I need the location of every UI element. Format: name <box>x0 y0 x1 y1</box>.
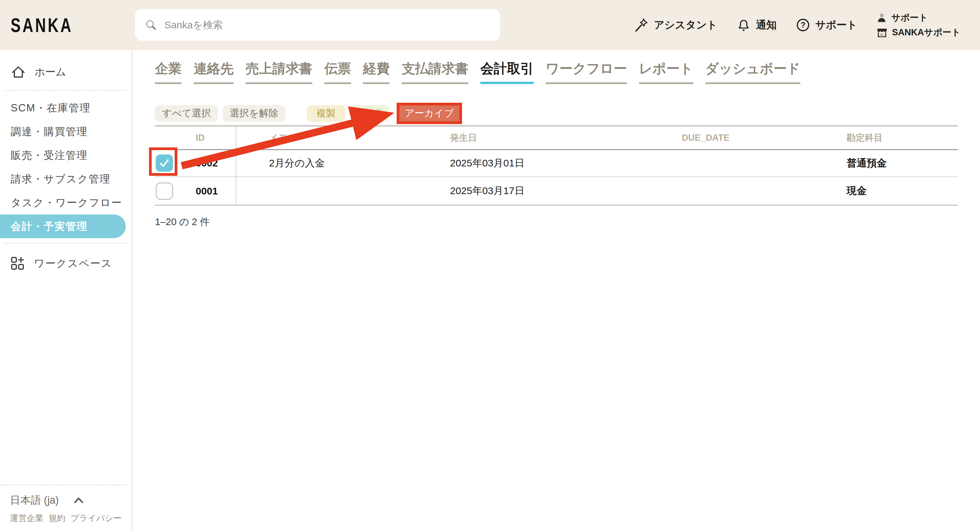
col-header-date: 発生日 <box>447 132 678 144</box>
header-actions: アシスタント 通知 ? サポート <box>635 0 961 50</box>
sidebar-item-accounting[interactable]: 会計・予実管理 <box>0 214 126 238</box>
app-root: SANKA アシスタント 通知 <box>0 0 980 531</box>
user-menu[interactable]: サポート SANKAサポート <box>877 12 961 38</box>
tab-expenses[interactable]: 経費 <box>363 59 390 84</box>
deselect-button[interactable]: 選択を解除 <box>223 105 285 122</box>
link-privacy[interactable]: プライバシー <box>71 513 122 524</box>
col-header-account: 勘定科目 <box>823 132 958 144</box>
person-icon <box>877 13 887 23</box>
sidebar-item-workspace[interactable]: ワークスペース <box>0 247 132 280</box>
table-row: 0001 2025年03月17日 現金 <box>155 177 958 206</box>
sidebar: ホーム SCM・在庫管理 調達・購買管理 販売・受注管理 請求・サブスク管理 タ… <box>0 50 132 531</box>
sidebar-item-home[interactable]: ホーム <box>0 59 132 85</box>
cell-date[interactable]: 2025年03月01日 <box>447 156 678 170</box>
table-row: 0002 2月分の入金 2025年03月01日 普通預金 <box>155 150 958 177</box>
row-checkbox-checked[interactable] <box>156 155 173 172</box>
activate-button[interactable]: 有効化 <box>350 105 389 122</box>
column-divider <box>235 126 236 206</box>
col-header-due-date: DUE_DATE <box>678 133 823 143</box>
assistant-button[interactable]: アシスタント <box>635 18 718 32</box>
main-content: 企業 連絡先 売上請求書 伝票 経費 支払請求書 会計取引 ワークフロー レポー… <box>132 50 980 531</box>
workspace-name: SANKAサポート <box>892 26 961 38</box>
sidebar-workspace-label: ワークスペース <box>34 257 112 271</box>
sidebar-item-sales[interactable]: 販売・受注管理 <box>0 144 132 167</box>
cell-date[interactable]: 2025年03月17日 <box>447 184 678 198</box>
tab-reports[interactable]: レポート <box>639 59 693 84</box>
chevron-up-icon <box>73 496 84 504</box>
transactions-table: ID メモ 発生日 DUE_DATE 勘定科目 0002 2月分の入金 2025… <box>155 125 958 206</box>
highlight-box-archive: アーカイブ <box>397 103 462 124</box>
top-header: SANKA アシスタント 通知 <box>0 0 980 50</box>
sidebar-item-billing[interactable]: 請求・サブスク管理 <box>0 167 132 191</box>
cell-id[interactable]: 0001 <box>195 185 235 197</box>
archive-button[interactable]: アーカイブ <box>402 107 456 120</box>
tab-workflows[interactable]: ワークフロー <box>546 59 627 84</box>
brand-logo[interactable]: SANKA <box>11 14 73 37</box>
checkmark-icon <box>158 156 171 170</box>
assistant-label: アシスタント <box>654 18 718 32</box>
link-terms[interactable]: 規約 <box>49 513 65 524</box>
pagination-status: 1–20 の 2 件 <box>155 215 980 229</box>
duplicate-button[interactable]: 複製 <box>307 105 345 122</box>
cell-memo[interactable]: 2月分の入金 <box>235 156 447 170</box>
sidebar-item-scm[interactable]: SCM・在庫管理 <box>0 96 132 120</box>
tab-vouchers[interactable]: 伝票 <box>325 59 351 84</box>
tab-sales-invoices[interactable]: 売上請求書 <box>246 59 312 84</box>
link-company[interactable]: 運営企業 <box>10 513 43 524</box>
language-label: 日本語 (ja) <box>10 493 59 507</box>
tab-payment-invoices[interactable]: 支払請求書 <box>402 59 468 84</box>
search-input[interactable] <box>164 19 490 31</box>
tab-dashboards[interactable]: ダッシュボード <box>705 59 801 84</box>
select-all-button[interactable]: すべて選択 <box>155 105 218 122</box>
table-header-row: ID メモ 発生日 DUE_DATE 勘定科目 <box>155 126 958 150</box>
home-icon <box>11 64 26 80</box>
col-header-memo: メモ <box>235 132 447 144</box>
col-header-id: ID <box>195 133 235 143</box>
sidebar-item-procurement[interactable]: 調達・購買管理 <box>0 120 132 144</box>
legal-links: 運営企業 規約 プライバシー <box>10 513 127 524</box>
sidebar-item-tasks[interactable]: タスク・ワークフロー <box>0 191 132 214</box>
grid-plus-icon <box>10 256 25 271</box>
support-button[interactable]: ? サポート <box>796 18 858 32</box>
cell-id[interactable]: 0002 <box>195 158 235 169</box>
object-tabs: 企業 連絡先 売上請求書 伝票 経費 支払請求書 会計取引 ワークフロー レポー… <box>155 59 980 84</box>
notifications-label: 通知 <box>756 18 777 32</box>
sidebar-section-list: SCM・在庫管理 調達・購買管理 販売・受注管理 請求・サブスク管理 タスク・ワ… <box>0 91 132 238</box>
tab-companies[interactable]: 企業 <box>155 59 182 84</box>
question-circle-icon: ? <box>796 18 810 32</box>
storefront-icon <box>877 27 887 38</box>
search-icon <box>145 19 157 31</box>
sidebar-home-label: ホーム <box>35 65 66 79</box>
tab-contacts[interactable]: 連絡先 <box>194 59 234 84</box>
sidebar-footer: 日本語 (ja) 運営企業 規約 プライバシー <box>0 485 127 531</box>
svg-text:?: ? <box>801 20 806 29</box>
user-name: サポート <box>891 12 928 24</box>
bulk-actions-toolbar: すべて選択 選択を解除 複製 有効化 アーカイブ <box>155 105 980 122</box>
support-label: サポート <box>815 18 858 32</box>
tab-accounting-transactions[interactable]: 会計取引 <box>480 59 534 84</box>
search-bar[interactable] <box>135 9 500 41</box>
language-selector[interactable]: 日本語 (ja) <box>10 493 127 507</box>
notifications-button[interactable]: 通知 <box>737 18 777 32</box>
cell-account[interactable]: 普通預金 <box>823 156 958 170</box>
bell-icon <box>737 18 751 32</box>
sidebar-divider <box>5 243 126 244</box>
cell-account[interactable]: 現金 <box>823 184 958 198</box>
magic-wand-icon <box>635 18 649 32</box>
row-checkbox-unchecked[interactable] <box>156 182 173 200</box>
